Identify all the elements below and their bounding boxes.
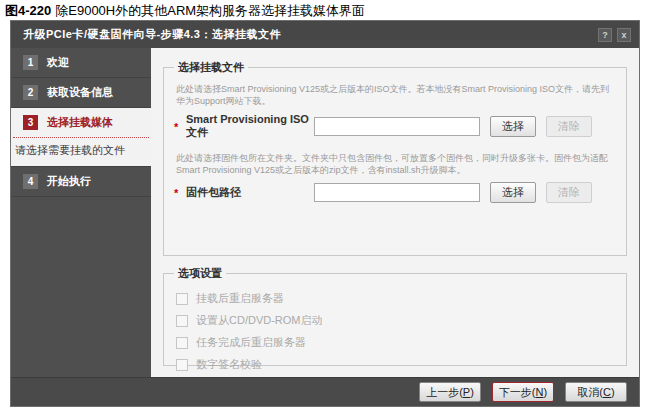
figure-title: 除E9000H外的其他ARM架构服务器选择挂载媒体界面	[55, 3, 365, 18]
restart-after-task-option: 任务完成后重启服务器	[176, 336, 612, 349]
step-select-mount-media-active[interactable]: 3 选择挂载媒体 请选择需要挂载的文件	[11, 108, 151, 167]
dialog-title: 升级PCIe卡/硬盘固件向导-步骤4.3：选择挂载文件	[23, 27, 281, 42]
required-mark: *	[174, 121, 186, 133]
firmware-description: 此处请选择固件包所在文件夹。文件夹中只包含固件包，可放置多个固件包，同时升级多张…	[176, 152, 616, 176]
step-number-badge: 2	[23, 85, 38, 100]
step-start-execution[interactable]: 4 开始执行	[11, 167, 151, 197]
wizard-steps-sidebar: 1 欢迎 2 获取设备信息 3 选择挂载媒体 请选择需要挂载的文件 4 开始执行	[11, 48, 151, 377]
firmware-path-input[interactable]	[314, 183, 480, 202]
active-step-header: 3 选择挂载媒体	[11, 108, 151, 137]
button-text: 取消(	[577, 386, 603, 398]
required-mark: *	[174, 187, 186, 199]
iso-clear-button: 清除	[546, 116, 592, 137]
firmware-path-label: 固件包路径	[186, 185, 314, 200]
figure-number: 图4-220	[5, 3, 51, 18]
dialog-titlebar: 升级PCIe卡/硬盘固件向导-步骤4.3：选择挂载文件 ? x	[11, 21, 639, 48]
iso-file-label: Smart Provisioning ISO文件	[186, 113, 314, 140]
section-legend: 选项设置	[174, 266, 226, 281]
options-section: 选项设置 挂载后重启服务器 设置从CD/DVD-ROM启动 任务完成后重启服务器…	[163, 266, 627, 366]
close-icon[interactable]: x	[617, 28, 631, 42]
content-panel: 选择挂载文件 此处请选择Smart Provisioning V125或之后版本…	[151, 48, 639, 377]
step-label: 欢迎	[47, 55, 69, 70]
step-number-badge: 1	[23, 55, 38, 70]
firmware-path-row: * 固件包路径 选择 清除	[174, 182, 616, 203]
dialog-body: 1 欢迎 2 获取设备信息 3 选择挂载媒体 请选择需要挂载的文件 4 开始执行	[11, 48, 639, 377]
dialog-footer: 上一步(P) 下一步(N) 取消(C)	[11, 377, 639, 406]
checkbox-label: 任务完成后重启服务器	[196, 335, 306, 350]
button-text: 下一步(	[499, 386, 536, 398]
restart-after-mount-option: 挂载后重启服务器	[176, 292, 612, 305]
boot-from-cddvd-option: 设置从CD/DVD-ROM启动	[176, 314, 612, 327]
step-label: 开始执行	[47, 174, 91, 189]
sidebar-filler	[11, 197, 151, 377]
checkbox-label: 挂载后重启服务器	[196, 291, 284, 306]
iso-file-row: * Smart Provisioning ISO文件 选择 清除	[174, 113, 616, 140]
wizard-dialog: 升级PCIe卡/硬盘固件向导-步骤4.3：选择挂载文件 ? x 1 欢迎 2 获…	[10, 20, 640, 407]
button-text: )	[611, 386, 615, 398]
digital-signature-option: 数字签名校验	[176, 358, 612, 371]
previous-step-button[interactable]: 上一步(P)	[419, 382, 481, 402]
button-text: 上一步(	[426, 386, 463, 398]
step-number-badge: 3	[23, 115, 38, 130]
step-label: 获取设备信息	[47, 85, 113, 100]
checkbox-icon	[176, 337, 188, 349]
iso-file-input[interactable]	[314, 117, 480, 136]
figure-caption: 图4-220除E9000H外的其他ARM架构服务器选择挂载媒体界面	[5, 2, 365, 20]
step-get-device-info[interactable]: 2 获取设备信息	[11, 78, 151, 108]
checkbox-label: 数字签名校验	[196, 357, 262, 372]
checkbox-label: 设置从CD/DVD-ROM启动	[196, 313, 323, 328]
section-legend: 选择挂载文件	[174, 60, 248, 75]
button-text: )	[470, 386, 474, 398]
select-mount-files-section: 选择挂载文件 此处请选择Smart Provisioning V125或之后版本…	[163, 60, 627, 256]
step-number-badge: 4	[23, 174, 38, 189]
firmware-clear-button: 清除	[546, 182, 592, 203]
step-label: 选择挂载媒体	[47, 115, 113, 130]
button-text: )	[543, 386, 547, 398]
checkbox-icon	[176, 293, 188, 305]
next-step-button[interactable]: 下一步(N)	[492, 382, 554, 402]
checkbox-icon	[176, 315, 188, 327]
step-welcome[interactable]: 1 欢迎	[11, 48, 151, 78]
access-key: C	[603, 386, 611, 398]
checkbox-icon	[176, 359, 188, 371]
active-step-subtitle: 请选择需要挂载的文件	[11, 138, 151, 166]
iso-description: 此处请选择Smart Provisioning V125或之后版本的ISO文件。…	[176, 83, 616, 107]
help-icon[interactable]: ?	[598, 28, 612, 42]
cancel-button[interactable]: 取消(C)	[565, 382, 627, 402]
iso-select-button[interactable]: 选择	[490, 116, 536, 137]
firmware-select-button[interactable]: 选择	[490, 182, 536, 203]
